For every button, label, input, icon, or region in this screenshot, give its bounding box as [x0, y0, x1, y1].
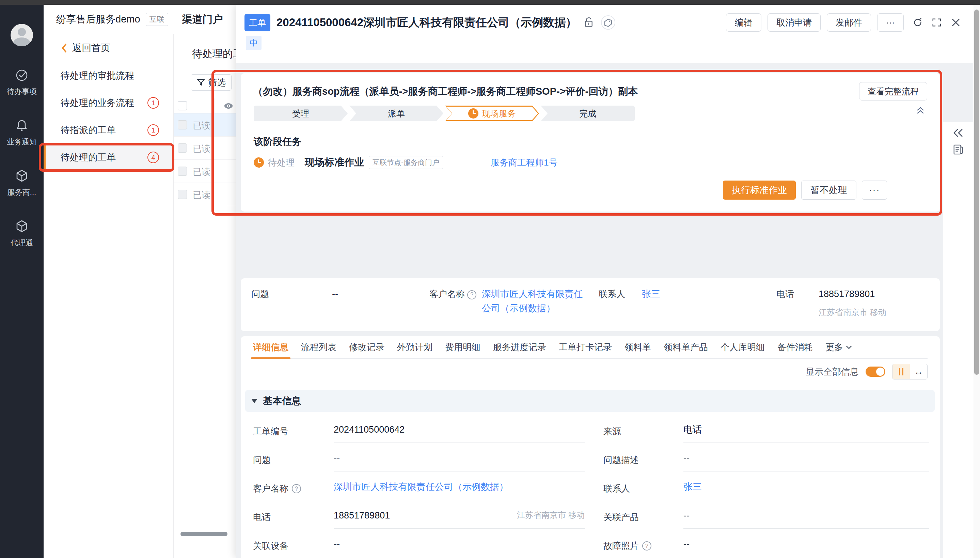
drawer-header: 工单 20241105000642深圳市匠人科技有限责任公司（示例数据） 编辑 … — [236, 5, 980, 63]
vertical-scrollbar-thumb[interactable] — [974, 10, 979, 375]
menu-item-pending-approval-flows[interactable]: 待处理的审批流程 — [44, 62, 173, 89]
help-icon[interactable]: ? — [642, 541, 651, 550]
tab-personal-inventory[interactable]: 个人库明细 — [720, 336, 765, 358]
list-row[interactable]: 已读 — [173, 113, 236, 136]
read-status: 已读 — [193, 189, 211, 201]
two-column-view-button[interactable] — [892, 364, 910, 379]
send-email-button[interactable]: 发邮件 — [827, 13, 871, 32]
sidebar-item-todo[interactable]: 待办事项 — [7, 67, 37, 97]
row-checkbox[interactable] — [178, 167, 187, 176]
help-icon[interactable]: ? — [467, 290, 476, 299]
list-row[interactable]: 已读 — [173, 136, 236, 160]
tab-material-requisition[interactable]: 领料单 — [625, 336, 651, 358]
chevron-down-icon — [846, 345, 852, 350]
show-all-label: 显示全部信息 — [806, 366, 859, 378]
sidebar-item-agent[interactable]: 代理通 — [11, 219, 33, 248]
check-circle-icon — [14, 67, 29, 82]
tab-detail-info[interactable]: 详细信息 — [253, 336, 288, 358]
edit-button[interactable]: 编辑 — [726, 13, 761, 32]
stage-complete[interactable]: 完成 — [541, 106, 635, 121]
tab-change-log[interactable]: 修改记录 — [349, 336, 384, 358]
help-icon[interactable]: ? — [292, 484, 301, 493]
back-home-button[interactable]: 返回首页 — [44, 34, 173, 62]
task-assignee-link[interactable]: 服务商工程师1号 — [491, 157, 558, 169]
menu-item-tickets-to-handle[interactable]: 待处理的工单 4 — [44, 144, 173, 171]
field-contact: 联系人 张三 — [604, 474, 933, 503]
ticket-title: 20241105000642深圳市匠人科技有限责任公司（示例数据） — [276, 15, 577, 30]
more-actions-button[interactable]: ··· — [877, 13, 904, 32]
horizontal-scrollbar[interactable] — [180, 532, 227, 536]
field-label: 客户名称 ? — [429, 287, 482, 301]
drawer-body: （勿改）服务商sop流程（派单员->服务商工程师->服务商工程师SOP->评价-… — [236, 63, 980, 558]
stage-accept[interactable]: 受理 — [254, 106, 348, 121]
portal-header: 纷享售后服务demo 互联 渠道门户 — [44, 5, 236, 34]
select-all-checkbox[interactable] — [178, 101, 187, 110]
collapse-panel-icon[interactable] — [915, 105, 926, 115]
tab-spare-parts[interactable]: 备件消耗 — [777, 336, 813, 358]
task-row: 待处理 现场标准作业 互联节点-服务商门户 服务商工程师1号 — [254, 156, 558, 169]
customer-link[interactable]: 深圳市匠人科技有限责任公司（示例数据） — [482, 287, 591, 316]
tab-flow-list[interactable]: 流程列表 — [301, 336, 336, 358]
row-checkbox[interactable] — [178, 190, 187, 199]
field-fault-photo: 故障照片? -- — [604, 532, 933, 558]
tab-checkin-records[interactable]: 工单打卡记录 — [559, 336, 612, 358]
defer-button[interactable]: 暂不处理 — [801, 181, 856, 200]
contact-link[interactable]: 张三 — [684, 482, 702, 492]
triangle-down-icon — [251, 399, 257, 403]
pending-clock-icon — [254, 158, 264, 167]
tab-service-progress[interactable]: 服务进度记录 — [493, 336, 546, 358]
tab-requisition-products[interactable]: 领料单产品 — [664, 336, 708, 358]
stage-onsite-service[interactable]: 现场服务 — [445, 106, 539, 121]
list-row[interactable]: 已读 — [173, 183, 236, 206]
document-log-icon[interactable] — [952, 144, 964, 155]
list-row[interactable]: 已读 — [173, 160, 236, 183]
phone-meta: 江苏省南京市 移动 — [819, 307, 886, 318]
show-all-toggle[interactable] — [865, 366, 885, 377]
tab-expense-detail[interactable]: 费用明细 — [445, 336, 481, 358]
execute-standard-work-button[interactable]: 执行标准作业 — [723, 181, 796, 200]
contact-link[interactable]: 张三 — [642, 287, 660, 302]
lock-open-icon[interactable] — [584, 17, 594, 28]
field-related-device: 关联设备 -- — [253, 532, 604, 558]
detail-tabs: 详细信息 流程列表 修改记录 外勤计划 费用明细 服务进度记录 工单打卡记录 领… — [253, 336, 928, 359]
row-checkbox[interactable] — [178, 143, 187, 153]
customer-link[interactable]: 深圳市匠人科技有限责任公司（示例数据） — [334, 482, 509, 492]
stage-bar: 受理 派单 现场服务 完成 — [254, 106, 635, 121]
field-phone: 电话 江苏省南京市 移动18851789801 — [253, 503, 604, 532]
basic-info-section-header[interactable]: 基本信息 — [245, 390, 935, 412]
task-status: 待处理 — [268, 157, 294, 169]
read-status: 已读 — [193, 166, 211, 178]
cube-icon — [14, 219, 29, 234]
refresh-icon[interactable] — [913, 17, 923, 28]
menu-item-label: 待处理的工单 — [61, 151, 116, 164]
menu-item-tickets-to-assign[interactable]: 待指派的工单 1 — [44, 117, 173, 144]
filter-button[interactable]: 筛选 — [191, 74, 232, 90]
eye-column-header[interactable] — [214, 98, 236, 113]
sidebar-item-notifications[interactable]: 业务通知 — [7, 118, 37, 147]
count-badge: 1 — [147, 124, 159, 136]
fullscreen-icon[interactable] — [932, 17, 942, 28]
vertical-scrollbar — [973, 5, 980, 558]
task-node-tag: 互联节点-服务商门户 — [369, 156, 443, 169]
cancel-request-button[interactable]: 取消申请 — [767, 13, 821, 32]
collapse-drawer-icon[interactable] — [952, 128, 964, 138]
basic-info-grid: 工单编号 20241105000642 问题 -- 客户名称? 深圳市匠人科技有… — [253, 417, 933, 558]
phone-meta: 江苏省南京市 移动 — [517, 509, 585, 521]
row-checkbox[interactable] — [178, 120, 187, 130]
sidebar-item-label: 代理通 — [11, 238, 33, 248]
flow-title: （勿改）服务商sop流程（派单员->服务商工程师->服务商工程师SOP->评价-… — [253, 82, 638, 98]
count-badge: 1 — [147, 97, 159, 109]
summary-field-phone: 电话 18851789801 江苏省南京市 移动 — [776, 287, 886, 318]
tab-more[interactable]: 更多 — [825, 336, 852, 358]
sidebar-item-service-provider[interactable]: 服务商... — [8, 168, 36, 198]
tab-field-plan[interactable]: 外勤计划 — [397, 336, 432, 358]
wide-view-button[interactable]: ↔ — [910, 364, 927, 379]
stage-dispatch[interactable]: 派单 — [349, 106, 443, 121]
task-more-button[interactable]: ··· — [862, 181, 887, 200]
tag-icon[interactable] — [600, 15, 616, 30]
view-full-flow-button[interactable]: 查看完整流程 — [859, 82, 927, 100]
list-header-row — [173, 100, 236, 113]
close-icon[interactable] — [951, 17, 961, 28]
avatar[interactable] — [11, 24, 33, 46]
menu-item-pending-business-flows[interactable]: 待处理的业务流程 1 — [44, 89, 173, 117]
